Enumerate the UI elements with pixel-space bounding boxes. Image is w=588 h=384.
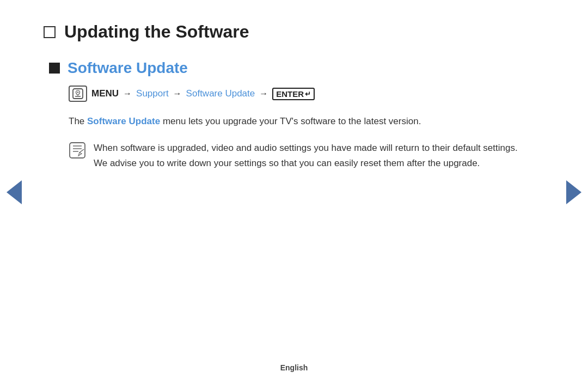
prev-nav-button[interactable] — [7, 180, 22, 204]
section-block: Software Update MENU → Support → Softwar… — [49, 59, 544, 171]
description-suffix: menu lets you upgrade your TV's software… — [160, 116, 421, 126]
main-heading: Updating the Software — [44, 22, 544, 42]
section-title: Software Update — [68, 59, 188, 77]
page-container: Updating the Software Software Update ME… — [0, 0, 588, 384]
nav-path: MENU → Support → Software Update → ENTER… — [69, 86, 544, 102]
next-nav-button[interactable] — [566, 180, 581, 204]
note-block: When software is upgraded, video and aud… — [69, 141, 526, 171]
section-heading: Software Update — [49, 59, 544, 77]
description-prefix: The — [69, 116, 87, 126]
nav-arrow-3: → — [259, 89, 268, 99]
menu-remote-icon — [69, 86, 87, 102]
note-icon — [69, 142, 86, 159]
note-text: When software is upgraded, video and aud… — [94, 141, 526, 171]
footer-language: English — [280, 363, 308, 372]
enter-icon: ENTER↵ — [272, 88, 315, 100]
support-link: Support — [136, 88, 169, 99]
description-text: The Software Update menu lets you upgrad… — [69, 114, 537, 129]
svg-point-1 — [77, 92, 78, 93]
software-update-highlight: Software Update — [87, 116, 160, 126]
main-heading-text: Updating the Software — [64, 22, 249, 42]
nav-arrow-1: → — [123, 89, 132, 99]
menu-label: MENU — [91, 88, 119, 99]
checkbox-icon — [44, 26, 56, 38]
filled-square-icon — [49, 63, 60, 74]
nav-arrow-2: → — [173, 89, 182, 99]
software-update-link: Software Update — [186, 88, 255, 99]
